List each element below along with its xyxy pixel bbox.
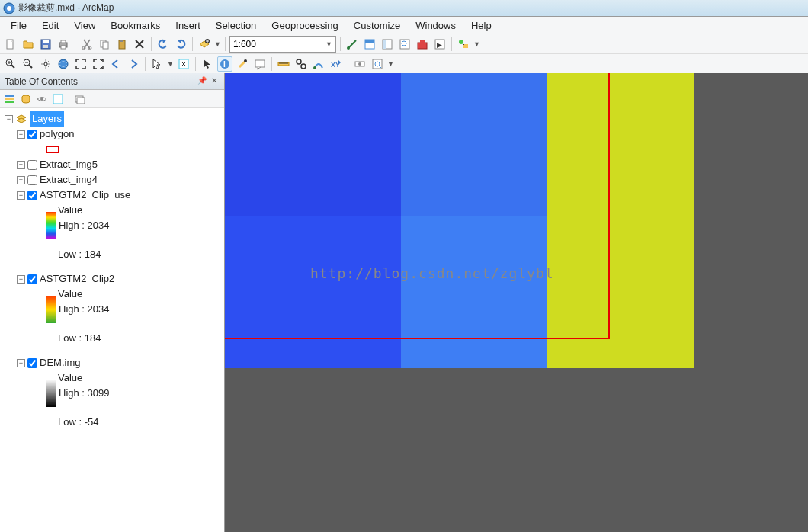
zoom-in-icon[interactable]	[3, 56, 18, 72]
layer-checkbox[interactable]	[27, 130, 37, 139]
full-extent-icon[interactable]	[56, 56, 71, 72]
menu-view[interactable]: View	[66, 18, 103, 33]
search-window-icon[interactable]	[397, 37, 412, 52]
expander-icon[interactable]: +	[17, 176, 25, 184]
svg-text:▶: ▶	[437, 41, 442, 49]
menu-help[interactable]: Help	[463, 18, 499, 33]
layer-checkbox[interactable]	[27, 160, 37, 170]
layer-extract4[interactable]: + Extract_img4	[5, 172, 220, 187]
arc-toolbox-icon[interactable]	[415, 37, 430, 52]
layer-label: Extract_img5	[40, 157, 98, 172]
zoom-out-icon[interactable]	[21, 56, 36, 72]
layer-extract5[interactable]: + Extract_img5	[5, 157, 220, 172]
svg-rect-23	[418, 43, 427, 49]
high-label: High : 3099	[59, 386, 110, 401]
layer-label: DEM.img	[40, 355, 80, 370]
low-value-row: Low : -54	[5, 415, 220, 430]
layer-checkbox[interactable]	[27, 358, 37, 368]
svg-point-51	[40, 98, 43, 101]
polygon-symbol[interactable]	[46, 146, 59, 153]
go-to-xy-icon[interactable]: XY	[329, 56, 344, 72]
fixed-zoom-in-icon[interactable]	[73, 56, 88, 72]
layer-tree: − Layers − polygon + Extract_img5 + Extr	[0, 108, 224, 433]
html-popup-icon[interactable]	[252, 56, 268, 72]
new-icon[interactable]	[3, 37, 18, 52]
select-features-icon[interactable]	[149, 56, 165, 72]
toc-icon[interactable]	[362, 37, 377, 52]
editor-toolbar-icon[interactable]	[345, 37, 360, 52]
expander-icon[interactable]: −	[5, 115, 13, 123]
python-window-icon[interactable]: ▶	[432, 37, 447, 52]
pan-icon[interactable]	[38, 56, 53, 72]
time-slider-icon[interactable]	[352, 56, 367, 72]
expander-icon[interactable]: −	[17, 130, 25, 139]
redo-icon[interactable]	[173, 37, 188, 52]
model-builder-icon[interactable]	[456, 37, 471, 52]
select-elements-icon[interactable]	[200, 56, 215, 72]
paste-icon[interactable]	[114, 37, 130, 52]
value-heading: Value	[5, 203, 220, 218]
add-data-icon[interactable]	[197, 37, 212, 52]
high-value-row: High : 3099	[5, 386, 220, 401]
svg-rect-49	[5, 101, 14, 103]
high-value-row: High : 2034	[5, 218, 220, 233]
svg-point-31	[44, 62, 47, 66]
menu-windows[interactable]: Windows	[408, 18, 463, 33]
save-icon[interactable]	[38, 37, 53, 52]
layer-polygon[interactable]: − polygon	[5, 127, 220, 142]
list-visibility-icon[interactable]	[35, 92, 49, 106]
list-selection-icon[interactable]	[51, 92, 65, 106]
low-value-row: Low : 184	[5, 331, 220, 346]
options-icon[interactable]	[73, 92, 87, 106]
layer-label: ASTGTM2_Clip_use	[40, 187, 130, 203]
list-source-icon[interactable]	[19, 92, 33, 106]
pin-icon[interactable]: 📌	[197, 76, 207, 87]
expander-icon[interactable]: −	[17, 275, 25, 284]
menu-customize[interactable]: Customize	[346, 18, 408, 33]
layer-dem[interactable]: − DEM.img	[5, 355, 220, 370]
clear-selection-icon[interactable]	[176, 56, 191, 72]
forward-extent-icon[interactable]	[126, 56, 141, 72]
delete-icon[interactable]	[132, 37, 147, 52]
find-icon[interactable]	[293, 56, 309, 72]
close-icon[interactable]: ✕	[209, 76, 220, 87]
svg-rect-20	[383, 40, 386, 49]
menu-geoprocessing[interactable]: Geoprocessing	[264, 18, 345, 33]
polygon-feature	[225, 73, 610, 339]
hyperlink-icon[interactable]	[235, 56, 250, 72]
svg-point-1	[7, 6, 11, 11]
expander-icon[interactable]: −	[17, 191, 25, 200]
catalog-icon[interactable]	[380, 37, 395, 52]
layer-clip-use[interactable]: − ASTGTM2_Clip_use	[5, 187, 220, 203]
expander-icon[interactable]: −	[17, 359, 25, 367]
chevron-down-icon[interactable]: ▼	[325, 40, 332, 48]
menu-file[interactable]: File	[3, 18, 34, 33]
identify-icon[interactable]: i	[217, 56, 232, 72]
layer-checkbox[interactable]	[27, 175, 37, 185]
arcmap-icon	[3, 2, 15, 14]
layer-clip2[interactable]: − ASTGTM2_Clip2	[5, 271, 220, 287]
cut-icon[interactable]	[79, 37, 95, 52]
print-icon[interactable]	[56, 37, 71, 52]
menu-insert[interactable]: Insert	[168, 18, 208, 33]
map-scale-input[interactable]: 1:600 ▼	[229, 36, 336, 53]
list-drawing-order-icon[interactable]	[3, 92, 17, 106]
back-extent-icon[interactable]	[108, 56, 123, 72]
tree-root-layers[interactable]: − Layers	[5, 111, 220, 127]
viewer-window-icon[interactable]	[370, 56, 385, 72]
find-route-icon[interactable]	[311, 56, 326, 72]
menu-edit[interactable]: Edit	[34, 18, 66, 33]
fixed-zoom-out-icon[interactable]	[91, 56, 106, 72]
layer-checkbox[interactable]	[27, 274, 37, 284]
undo-icon[interactable]	[156, 37, 171, 52]
measure-icon[interactable]	[276, 56, 291, 72]
open-icon[interactable]	[21, 37, 36, 52]
svg-rect-14	[120, 40, 123, 42]
layer-checkbox[interactable]	[27, 191, 37, 200]
expander-icon[interactable]: +	[17, 161, 25, 169]
menu-selection[interactable]: Selection	[208, 18, 264, 33]
low-label: Low : 184	[58, 247, 101, 262]
menu-bookmarks[interactable]: Bookmarks	[103, 18, 168, 33]
map-view[interactable]: http://blog.csdn.net/zglybl	[225, 73, 808, 532]
copy-icon[interactable]	[97, 37, 112, 52]
